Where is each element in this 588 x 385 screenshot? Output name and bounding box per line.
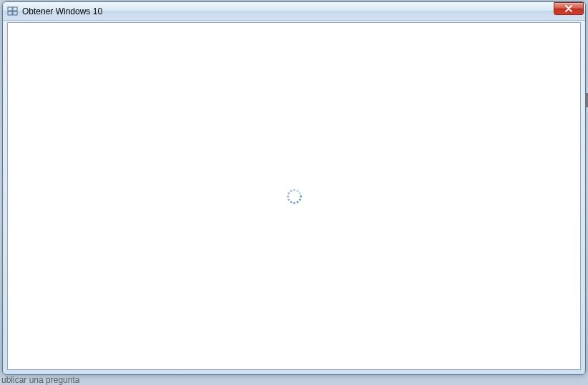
spinner-dot (296, 200, 298, 203)
content-area (7, 22, 581, 370)
close-icon (564, 2, 573, 15)
spinner-dot (293, 202, 295, 204)
spinner-dot (296, 190, 298, 192)
spinner-dot (290, 190, 292, 192)
spinner-dot (298, 192, 300, 194)
background-page-text: ublicar una pregunta (1, 375, 79, 385)
svg-rect-2 (8, 11, 12, 15)
svg-rect-1 (13, 7, 17, 11)
loading-spinner (285, 187, 303, 205)
spinner-dot (288, 192, 290, 194)
spinner-dot (298, 198, 300, 200)
spinner-dot (300, 195, 302, 198)
window-title: Obtener Windows 10 (22, 6, 554, 16)
close-button[interactable] (554, 2, 584, 15)
svg-rect-0 (8, 7, 12, 11)
titlebar[interactable]: Obtener Windows 10 (3, 2, 585, 21)
spinner-dot (287, 195, 289, 198)
windows-logo-icon (7, 6, 19, 17)
svg-rect-3 (13, 11, 17, 15)
spinner-dot (293, 189, 295, 191)
dialog-window: Obtener Windows 10 (2, 1, 586, 375)
spinner-dot (290, 200, 292, 203)
spinner-dot (288, 198, 290, 200)
